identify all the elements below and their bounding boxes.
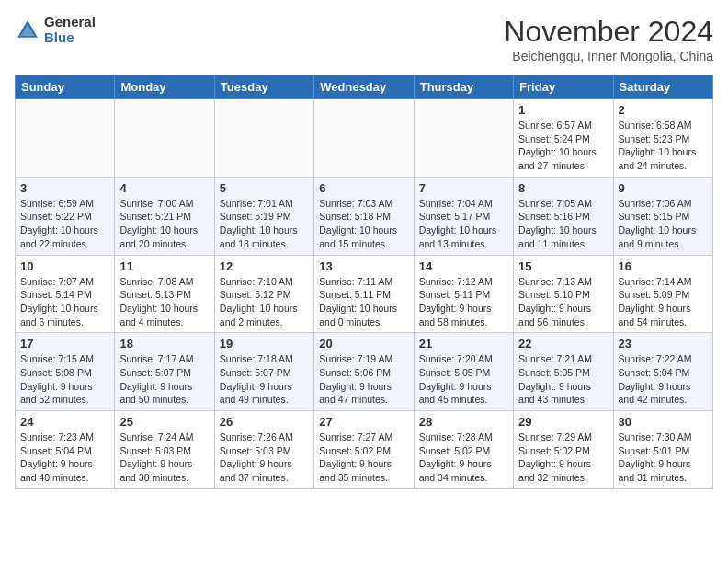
calendar-day bbox=[214, 99, 313, 178]
calendar-day: 13Sunrise: 7:11 AM Sunset: 5:11 PM Dayli… bbox=[314, 255, 414, 333]
calendar-day: 18Sunrise: 7:17 AM Sunset: 5:07 PM Dayli… bbox=[115, 333, 214, 411]
day-info: Sunrise: 7:24 AM Sunset: 5:03 PM Dayligh… bbox=[119, 431, 209, 485]
calendar-day: 19Sunrise: 7:18 AM Sunset: 5:07 PM Dayli… bbox=[214, 333, 313, 411]
calendar-day: 7Sunrise: 7:04 AM Sunset: 5:17 PM Daylig… bbox=[414, 177, 513, 255]
day-number: 27 bbox=[319, 415, 408, 429]
weekday-header-row: SundayMondayTuesdayWednesdayThursdayFrid… bbox=[16, 75, 713, 99]
calendar-day bbox=[16, 99, 115, 178]
day-info: Sunrise: 7:23 AM Sunset: 5:04 PM Dayligh… bbox=[20, 431, 109, 485]
calendar-day: 29Sunrise: 7:29 AM Sunset: 5:02 PM Dayli… bbox=[514, 411, 613, 489]
calendar-day: 3Sunrise: 6:59 AM Sunset: 5:22 PM Daylig… bbox=[16, 177, 115, 255]
calendar-day: 1Sunrise: 6:57 AM Sunset: 5:24 PM Daylig… bbox=[514, 99, 613, 178]
calendar-week-row: 3Sunrise: 6:59 AM Sunset: 5:22 PM Daylig… bbox=[16, 177, 713, 255]
day-info: Sunrise: 7:10 AM Sunset: 5:12 PM Dayligh… bbox=[220, 275, 309, 329]
calendar-day bbox=[414, 99, 513, 178]
day-info: Sunrise: 7:26 AM Sunset: 5:03 PM Dayligh… bbox=[220, 431, 309, 485]
calendar-day: 6Sunrise: 7:03 AM Sunset: 5:18 PM Daylig… bbox=[314, 177, 414, 255]
day-info: Sunrise: 6:59 AM Sunset: 5:22 PM Dayligh… bbox=[20, 197, 109, 251]
calendar-day: 27Sunrise: 7:27 AM Sunset: 5:02 PM Dayli… bbox=[314, 411, 414, 489]
day-info: Sunrise: 7:14 AM Sunset: 5:09 PM Dayligh… bbox=[619, 275, 708, 329]
day-info: Sunrise: 7:05 AM Sunset: 5:16 PM Dayligh… bbox=[518, 197, 608, 251]
day-number: 19 bbox=[220, 337, 309, 350]
calendar-day: 25Sunrise: 7:24 AM Sunset: 5:03 PM Dayli… bbox=[115, 411, 214, 489]
calendar-day: 24Sunrise: 7:23 AM Sunset: 5:04 PM Dayli… bbox=[16, 411, 115, 489]
calendar-week-row: 1Sunrise: 6:57 AM Sunset: 5:24 PM Daylig… bbox=[16, 99, 713, 178]
day-number: 12 bbox=[220, 259, 309, 273]
day-number: 5 bbox=[220, 181, 309, 195]
day-number: 18 bbox=[119, 337, 209, 350]
day-number: 20 bbox=[319, 337, 408, 350]
day-number: 22 bbox=[518, 337, 608, 350]
day-number: 6 bbox=[319, 181, 408, 195]
calendar-day: 30Sunrise: 7:30 AM Sunset: 5:01 PM Dayli… bbox=[613, 411, 712, 489]
calendar-day: 8Sunrise: 7:05 AM Sunset: 5:16 PM Daylig… bbox=[514, 177, 613, 255]
weekday-header: Monday bbox=[115, 75, 214, 99]
calendar-day: 11Sunrise: 7:08 AM Sunset: 5:13 PM Dayli… bbox=[115, 255, 214, 333]
calendar-day: 17Sunrise: 7:15 AM Sunset: 5:08 PM Dayli… bbox=[16, 333, 115, 411]
calendar-day: 28Sunrise: 7:28 AM Sunset: 5:02 PM Dayli… bbox=[414, 411, 513, 489]
weekday-header: Friday bbox=[514, 75, 613, 99]
day-number: 21 bbox=[419, 337, 508, 350]
day-number: 16 bbox=[619, 259, 708, 273]
day-number: 17 bbox=[20, 337, 109, 350]
day-number: 15 bbox=[518, 259, 608, 273]
calendar-table: SundayMondayTuesdayWednesdayThursdayFrid… bbox=[15, 75, 713, 489]
day-info: Sunrise: 7:03 AM Sunset: 5:18 PM Dayligh… bbox=[319, 197, 408, 251]
calendar-day: 16Sunrise: 7:14 AM Sunset: 5:09 PM Dayli… bbox=[613, 255, 712, 333]
calendar-day: 23Sunrise: 7:22 AM Sunset: 5:04 PM Dayli… bbox=[613, 333, 712, 411]
day-info: Sunrise: 6:58 AM Sunset: 5:23 PM Dayligh… bbox=[619, 119, 708, 173]
day-number: 30 bbox=[619, 415, 708, 429]
day-number: 1 bbox=[518, 103, 608, 117]
day-info: Sunrise: 7:19 AM Sunset: 5:06 PM Dayligh… bbox=[319, 352, 408, 407]
logo-blue-text: Blue bbox=[44, 30, 96, 46]
day-number: 28 bbox=[419, 415, 508, 429]
day-info: Sunrise: 7:18 AM Sunset: 5:07 PM Dayligh… bbox=[220, 352, 309, 407]
calendar-day: 2Sunrise: 6:58 AM Sunset: 5:23 PM Daylig… bbox=[613, 99, 712, 178]
weekday-header: Saturday bbox=[613, 75, 712, 99]
day-number: 13 bbox=[319, 259, 408, 273]
weekday-header: Sunday bbox=[16, 75, 115, 99]
day-number: 26 bbox=[220, 415, 309, 429]
day-info: Sunrise: 7:12 AM Sunset: 5:11 PM Dayligh… bbox=[419, 275, 508, 329]
title-block: November 2024 Beichengqu, Inner Mongolia… bbox=[504, 15, 713, 63]
calendar-day bbox=[314, 99, 414, 178]
calendar-day: 20Sunrise: 7:19 AM Sunset: 5:06 PM Dayli… bbox=[314, 333, 414, 411]
page-header: General Blue November 2024 Beichengqu, I… bbox=[15, 15, 713, 63]
day-number: 24 bbox=[20, 415, 109, 429]
day-info: Sunrise: 7:06 AM Sunset: 5:15 PM Dayligh… bbox=[619, 197, 708, 251]
day-number: 2 bbox=[619, 103, 708, 117]
location-subtitle: Beichengqu, Inner Mongolia, China bbox=[504, 49, 713, 63]
day-info: Sunrise: 7:21 AM Sunset: 5:05 PM Dayligh… bbox=[518, 352, 608, 407]
calendar-week-row: 17Sunrise: 7:15 AM Sunset: 5:08 PM Dayli… bbox=[16, 333, 713, 411]
calendar-day: 10Sunrise: 7:07 AM Sunset: 5:14 PM Dayli… bbox=[16, 255, 115, 333]
calendar-week-row: 10Sunrise: 7:07 AM Sunset: 5:14 PM Dayli… bbox=[16, 255, 713, 333]
weekday-header: Wednesday bbox=[314, 75, 414, 99]
calendar-day: 15Sunrise: 7:13 AM Sunset: 5:10 PM Dayli… bbox=[514, 255, 613, 333]
day-number: 11 bbox=[119, 259, 209, 273]
calendar-day: 21Sunrise: 7:20 AM Sunset: 5:05 PM Dayli… bbox=[414, 333, 513, 411]
day-number: 10 bbox=[20, 259, 109, 273]
day-info: Sunrise: 7:30 AM Sunset: 5:01 PM Dayligh… bbox=[619, 431, 708, 485]
calendar-day: 12Sunrise: 7:10 AM Sunset: 5:12 PM Dayli… bbox=[214, 255, 313, 333]
day-info: Sunrise: 7:07 AM Sunset: 5:14 PM Dayligh… bbox=[20, 275, 109, 329]
month-title: November 2024 bbox=[504, 15, 713, 49]
day-info: Sunrise: 7:11 AM Sunset: 5:11 PM Dayligh… bbox=[319, 275, 408, 329]
day-info: Sunrise: 7:27 AM Sunset: 5:02 PM Dayligh… bbox=[319, 431, 408, 485]
calendar-day: 14Sunrise: 7:12 AM Sunset: 5:11 PM Dayli… bbox=[414, 255, 513, 333]
day-number: 3 bbox=[20, 181, 109, 195]
logo-icon bbox=[15, 17, 40, 43]
day-info: Sunrise: 7:28 AM Sunset: 5:02 PM Dayligh… bbox=[419, 431, 508, 485]
day-number: 8 bbox=[518, 181, 608, 195]
day-info: Sunrise: 7:04 AM Sunset: 5:17 PM Dayligh… bbox=[419, 197, 508, 251]
day-info: Sunrise: 7:00 AM Sunset: 5:21 PM Dayligh… bbox=[119, 197, 209, 251]
day-info: Sunrise: 7:08 AM Sunset: 5:13 PM Dayligh… bbox=[119, 275, 209, 329]
day-info: Sunrise: 7:29 AM Sunset: 5:02 PM Dayligh… bbox=[518, 431, 608, 485]
calendar-day: 9Sunrise: 7:06 AM Sunset: 5:15 PM Daylig… bbox=[613, 177, 712, 255]
day-number: 9 bbox=[619, 181, 708, 195]
day-number: 4 bbox=[119, 181, 209, 195]
day-number: 25 bbox=[119, 415, 209, 429]
logo-general-text: General bbox=[44, 15, 96, 30]
day-number: 23 bbox=[619, 337, 708, 350]
calendar-day: 26Sunrise: 7:26 AM Sunset: 5:03 PM Dayli… bbox=[214, 411, 313, 489]
day-number: 7 bbox=[419, 181, 508, 195]
